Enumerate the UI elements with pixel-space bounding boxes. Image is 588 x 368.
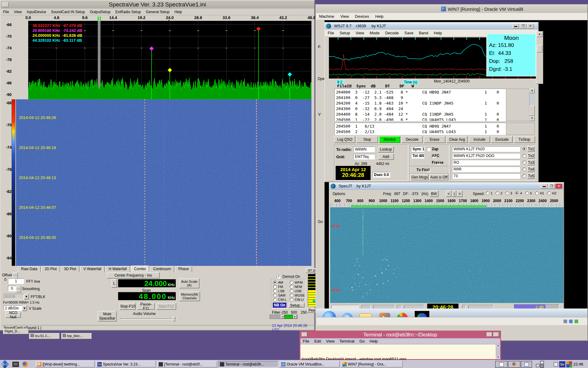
tx-message-field[interactable]: RO — [452, 160, 520, 165]
filter-scroll-thumb[interactable] — [285, 315, 293, 319]
demod-on-checkbox[interactable] — [277, 275, 280, 279]
wsjt-action-button[interactable]: Clear Avg — [447, 136, 468, 143]
close-icon[interactable]: ✕ — [556, 184, 562, 189]
desktop-pager-icon[interactable] — [1, 360, 9, 368]
specjt-titlebar[interactable]: SpecJT by K1JT ▬ ❐ ✕ — [330, 183, 564, 190]
nav-center-button[interactable]: | — [452, 190, 456, 197]
pause-button[interactable]: Pause-F11 — [138, 303, 155, 310]
spectrum-plot[interactable]: 39.032227 KHz -67.479 dB20.909180 KHz -7… — [28, 21, 311, 99]
wsjt-menu-item[interactable]: Setup — [337, 31, 353, 35]
scroll-left-icon[interactable]: ◂ — [281, 315, 285, 319]
wsjt-action-button[interactable]: Monitor — [379, 136, 400, 143]
auto-button[interactable]: Auto is Off — [429, 174, 448, 180]
memory-channels-button[interactable]: Memory(M) Channels — [179, 291, 200, 301]
tx-button[interactable]: Tx2 — [527, 153, 535, 159]
tx-select-radio[interactable] — [522, 167, 526, 171]
demod-mode[interactable]: CW-L — [273, 298, 287, 301]
center-frequency-button[interactable]: Center Frequency - Ins — [107, 272, 160, 278]
maximize-icon[interactable]: ❐ — [520, 24, 526, 29]
wsjt-menu-item[interactable]: Help — [431, 31, 445, 35]
media-player-icon[interactable] — [379, 313, 390, 317]
tx-message-field[interactable]: RRR — [452, 167, 520, 172]
tx-button[interactable]: Tx5 — [527, 173, 535, 179]
scroll-right-icon[interactable]: ▸ — [293, 315, 297, 319]
spectravue-menu-item[interactable]: InputDevice — [24, 10, 48, 14]
bw-button[interactable]: BW — [429, 190, 439, 197]
smoothing-spinner[interactable] — [16, 286, 21, 291]
view-tab[interactable]: 3D Plot — [61, 266, 79, 272]
minimize-icon[interactable] — [2, 2, 9, 7]
virtualbox-menu-item[interactable]: View — [337, 14, 352, 19]
demod-mode[interactable]: LSB — [273, 289, 287, 293]
taskbar-button[interactable]: Oracle VM VirtualBox... — [280, 361, 340, 367]
spectravue-menu-item[interactable]: View — [11, 10, 24, 14]
view-tab[interactable]: V Waterfall — [80, 266, 104, 272]
options-menu[interactable]: Options — [333, 192, 345, 196]
gen-msgs-button[interactable]: Gen Msgs — [411, 174, 428, 180]
audio-volume-slider[interactable] — [120, 318, 177, 320]
tx-button[interactable]: Tx4 — [527, 167, 535, 172]
wsjt-action-button[interactable]: Decode — [401, 136, 423, 143]
tray-window-icon-2[interactable] — [521, 361, 532, 368]
tx-message-field[interactable]: 73 — [452, 173, 520, 179]
view-tab[interactable]: Continuum — [150, 266, 174, 272]
start-button[interactable]: Start-F12 — [156, 303, 176, 310]
sync-field[interactable]: Sync 1 — [411, 146, 424, 152]
virtualbox-menu-item[interactable]: Devices — [352, 14, 372, 19]
taskbar-button[interactable]: [Terminal - root@eb3f... — [157, 361, 217, 367]
to-radio-field[interactable]: W8WN — [353, 147, 375, 152]
speed-option[interactable]: 5 — [525, 191, 532, 195]
terminal-scrollbar[interactable]: ▲ ▼ — [496, 344, 500, 359]
scroll-thumb[interactable] — [530, 105, 535, 116]
setup-button[interactable]: Setup... — [288, 303, 304, 308]
decode-text-area[interactable]: 204000 3 -12 2.1 -525 8 * CQ HB9Q JN47 1… — [334, 89, 506, 121]
explorer-folder-icon[interactable] — [360, 313, 372, 317]
wsjt-action-button[interactable]: Exclude — [491, 136, 512, 143]
speed-option[interactable]: H2 — [547, 191, 556, 195]
terminal-menu-item[interactable]: File — [300, 339, 312, 343]
scroll-down-icon[interactable]: ▼ — [530, 117, 535, 121]
minimize-icon[interactable] — [302, 332, 307, 337]
fft-blk-select[interactable]: 65536 — [4, 294, 24, 299]
nav-left-button[interactable]: < — [446, 190, 451, 197]
taskbar-button[interactable]: Terminal - root@eb3fr... — [218, 361, 278, 367]
tray-window-icon[interactable] — [495, 361, 507, 368]
demod-mode[interactable]: WUSE — [290, 293, 305, 297]
mute-button[interactable]: Mute SpaceBar — [98, 311, 117, 321]
spectravue-titlebar[interactable]: SpectraVue Ver. 3.23 SpectraVue1.ini — [1, 1, 314, 9]
speed-option[interactable]: 2 — [496, 191, 502, 195]
tx-button[interactable]: Tx3 — [527, 160, 535, 165]
lock-button[interactable]: L — [111, 279, 117, 288]
auto-scale-button[interactable]: Auto Scale (A) — [179, 278, 199, 288]
smoothing-input[interactable]: 0 — [8, 286, 16, 291]
zap-checkbox[interactable] — [427, 148, 431, 151]
fft-ave-input[interactable]: 1 — [8, 278, 24, 284]
speed-option[interactable]: H1 — [535, 191, 544, 195]
taskbar-button[interactable]: SvSpectraVue Ver. 3.23... — [96, 361, 156, 367]
terminal-launcher-icon[interactable] — [12, 362, 19, 367]
view-tab[interactable]: 2D Plot — [41, 266, 60, 272]
terminal-menu-item[interactable]: View — [323, 339, 337, 343]
vscale-dropdown-icon[interactable]: ▾ — [22, 305, 27, 311]
demod-mode[interactable]: AM — [273, 281, 287, 284]
spectravue-menu-item[interactable]: General Setup — [143, 10, 172, 14]
speed-option[interactable]: 4 — [515, 191, 522, 195]
wsjt-menu-item[interactable]: View — [353, 31, 367, 35]
spectravue-menu-item[interactable]: ExtRadio Setup — [113, 10, 143, 14]
demod-mode[interactable]: NFM — [290, 285, 305, 289]
close-icon[interactable] — [63, 334, 66, 337]
demod-mode[interactable]: SAM — [273, 293, 287, 297]
taskbar-button[interactable]: [[Wsjt-devel] teething... — [36, 361, 95, 367]
specjt-waterfall[interactable]: 20:46 20:45 — [330, 207, 564, 303]
wsjt-action-button[interactable]: Stop — [356, 136, 378, 143]
tx-message-field[interactable]: W8WN K1JT FN20 — [452, 146, 520, 152]
close-icon[interactable]: ✕ — [527, 24, 534, 29]
lookup-button[interactable]: Lookup — [378, 146, 394, 152]
audio-volume-thumb[interactable] — [173, 316, 175, 321]
terminal-menu-item[interactable]: Go — [357, 339, 367, 343]
stop-button[interactable]: Stop-F10 — [120, 303, 136, 310]
scroll-up-icon[interactable]: ▲ — [530, 89, 535, 93]
decode-scrollbar[interactable]: ▲ ▼ — [530, 89, 535, 121]
desktop-fragment-window[interactable]: top_bloc... — [61, 333, 92, 339]
tx-message-field[interactable]: W8WN K1JT FN20 OOO — [452, 153, 520, 159]
